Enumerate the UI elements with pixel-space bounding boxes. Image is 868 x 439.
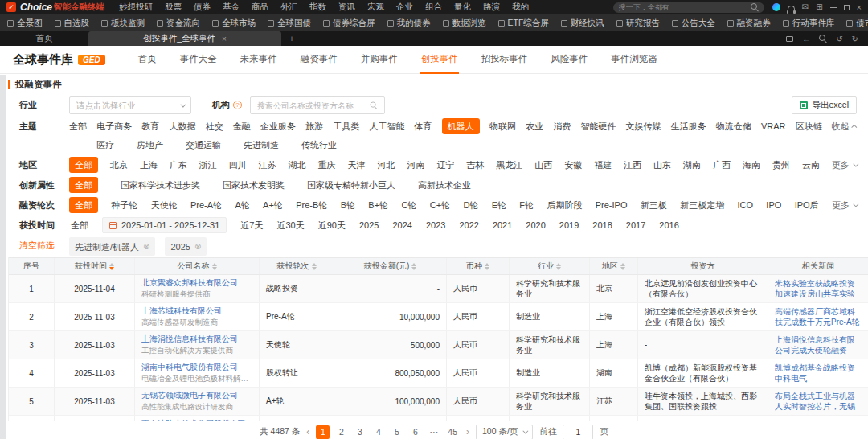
toolbar-item[interactable]: 资金流向 [157,18,200,29]
qr-code-icon[interactable]: ⊞ [816,3,822,11]
zoom-icon[interactable] [819,35,827,43]
ged-nav-item[interactable]: 招投标事件 [481,46,529,74]
region-option[interactable]: 福建 [594,157,612,173]
round-option[interactable]: B轮 [341,197,355,213]
theme-option[interactable]: 生活服务 [671,118,706,134]
time-option[interactable]: 2018 [592,217,612,233]
page-button[interactable]: 1 [316,425,330,439]
sort-icon[interactable] [620,263,625,270]
toolbar-item[interactable]: 数据浏览 [443,18,486,29]
sort-icon[interactable] [212,263,217,270]
region-option[interactable]: 江西 [624,157,641,173]
prev-page-button[interactable]: ‹ [306,425,309,439]
undo-icon[interactable]: ↺ [836,35,842,43]
new-tab-button[interactable]: + [281,31,302,46]
toolbar-item[interactable]: 债市日历 [846,18,868,29]
screen-icon[interactable] [786,36,793,42]
round-more[interactable]: 更多 [832,197,857,213]
theme-option[interactable]: 物联网 [489,118,516,134]
tab-active[interactable]: 创投事件_全球事件 [88,31,281,46]
toolbar-item[interactable]: 研究报告 [616,18,660,29]
ged-nav-item[interactable]: 并购事件 [360,46,399,74]
company-link[interactable]: 上海芯域科技有限公司 [141,306,222,317]
company-link[interactable]: 雨中情防水技术集团股份有限公司 [141,418,252,421]
left-scrollbar[interactable] [0,75,6,439]
main-menu-item[interactable]: 宏观 [367,2,384,13]
sort-icon[interactable] [411,263,416,270]
ged-nav-item[interactable]: 未来事件 [240,46,278,74]
sort-icon[interactable] [485,263,489,270]
time-option[interactable]: 2023 [426,217,445,233]
main-menu-item[interactable]: 我的 [512,2,529,13]
toolbar-item[interactable]: 全球国债 [268,18,311,29]
page-button[interactable]: 6 [408,425,422,439]
region-option[interactable]: 云南 [802,157,820,173]
close-icon[interactable] [857,2,862,12]
tag-remove-icon[interactable] [143,238,149,255]
region-option[interactable]: 广东 [170,157,187,173]
table-header-cell[interactable]: 地区 [590,258,638,274]
ged-nav-item[interactable]: 风险事件 [550,46,588,74]
restore-icon[interactable] [844,5,850,10]
collapse-toggle[interactable]: 收起 [832,118,857,134]
theme-option[interactable]: 人工智能 [369,118,404,134]
round-option[interactable]: IPO [766,197,781,213]
round-option[interactable]: C轮 [401,197,416,213]
page-button[interactable]: 2 [334,425,348,439]
main-menu-item[interactable]: 妙想投研 [119,2,153,13]
toolbar-item[interactable]: ETF综合屏 [498,18,549,29]
ged-nav-item[interactable]: 事件浏览器 [610,46,658,74]
theme-option[interactable]: 全部 [69,118,87,134]
region-option[interactable]: 贵州 [772,157,790,173]
round-option[interactable]: D轮 [463,197,478,213]
round-option[interactable]: 新三板 [641,197,667,213]
round-option[interactable]: 全部 [69,197,98,213]
round-option[interactable]: 新三板定增 [680,197,724,213]
company-link[interactable]: 上海涓悦信息科技有限公司 [141,334,238,345]
region-option[interactable]: 山东 [653,157,671,173]
news-link[interactable]: 布局全栈式工业与机器人实时智控芯片，无锡芯... [775,391,862,412]
headset-icon[interactable] [788,6,795,11]
refresh-icon[interactable]: ↻ [852,35,858,43]
round-option[interactable]: 天使轮 [151,197,178,213]
theme-option[interactable]: 大数据 [169,118,195,134]
main-menu-item[interactable]: 指数 [309,2,326,13]
region-option[interactable]: 湖北 [289,157,306,173]
round-option[interactable]: A轮 [235,197,249,213]
toolbar-item[interactable]: 全球市场 [212,18,256,29]
table-header-cell[interactable]: 获投轮次 [260,258,334,274]
toolbar-item[interactable]: 融资融券 [727,18,771,29]
region-option[interactable]: 黑龙江 [496,157,522,173]
theme-option[interactable]: 旅游 [305,118,323,134]
region-option[interactable]: 重庆 [318,157,336,173]
news-link[interactable]: 高端传感器厂商芯域科技完成数千万元Pre-A轮融... [775,306,862,328]
news-link[interactable]: 凯博成都基金战略投资中科电气 [775,363,862,384]
global-search-input[interactable] [619,3,747,11]
page-button[interactable]: ⋯ [427,425,440,439]
mail-icon[interactable]: ✉ [802,3,809,11]
round-option[interactable]: F轮 [519,197,534,213]
theme-option[interactable]: 企业服务 [260,118,296,134]
main-menu-item[interactable]: 商品 [252,2,268,13]
help-icon[interactable] [233,101,242,109]
theme-option[interactable]: 传统行业 [301,137,337,153]
theme-option[interactable]: VRAR [761,118,786,134]
toolbar-item[interactable]: 债券综合屏 [323,18,375,29]
theme-option[interactable]: 机器人 [442,118,480,134]
theme-option[interactable]: 智能硬件 [580,118,616,134]
global-search[interactable] [613,2,764,13]
round-option[interactable]: C+轮 [430,197,450,213]
time-option[interactable]: 近30天 [276,217,304,233]
theme-option[interactable]: 体育 [415,118,432,134]
round-option[interactable]: ICO [737,197,753,213]
theme-option[interactable]: 区块链 [796,118,822,134]
time-option[interactable]: 2017 [626,217,645,233]
main-menu-item[interactable]: 股票 [165,2,182,13]
table-header-cell[interactable]: 相关新闻 [768,258,868,274]
date-range-picker[interactable]: 2025-01-01 - 2025-12-31 [102,217,227,233]
region-option[interactable]: 北京 [110,157,128,173]
page-button[interactable]: 3 [353,425,366,439]
org-search[interactable] [250,96,385,114]
time-option[interactable]: 2016 [659,217,678,233]
region-option[interactable]: 江苏 [259,157,276,173]
